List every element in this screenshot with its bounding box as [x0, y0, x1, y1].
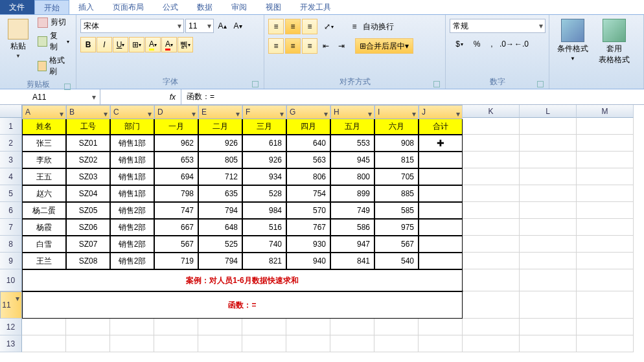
col-header-D[interactable]: D: [154, 105, 198, 119]
cell-I[interactable]: 885: [374, 185, 419, 202]
cell-B[interactable]: [66, 319, 110, 335]
cell-E[interactable]: [198, 335, 242, 352]
cell-M[interactable]: [577, 335, 634, 352]
select-all-corner[interactable]: [0, 105, 22, 118]
row-header-4[interactable]: 4: [0, 168, 22, 185]
row-header-7[interactable]: 7: [0, 219, 22, 236]
cell-C[interactable]: 销售1部: [110, 185, 154, 202]
cell-K[interactable]: [463, 319, 520, 335]
cell-C[interactable]: 销售1部: [110, 135, 154, 152]
merge-center-button[interactable]: ⊞ 合并后居中 ▾: [355, 38, 413, 54]
number-launcher[interactable]: [537, 81, 544, 87]
row-header-1[interactable]: 1: [0, 118, 22, 135]
cell-A[interactable]: [22, 319, 66, 335]
cell-H[interactable]: 841: [330, 253, 374, 269]
cell-G[interactable]: 940: [286, 253, 330, 269]
cell-E[interactable]: 525: [198, 236, 242, 253]
cell-L[interactable]: [520, 291, 577, 319]
align-right-button[interactable]: ≡: [302, 38, 317, 54]
tab-review[interactable]: 审阅: [222, 0, 257, 14]
cell-K[interactable]: [463, 236, 520, 253]
cell-D[interactable]: 962: [154, 135, 198, 152]
cell-L[interactable]: [520, 236, 577, 253]
cell-L[interactable]: [520, 219, 577, 236]
cell-D[interactable]: 653: [154, 152, 198, 168]
copy-button[interactable]: 复制▾: [35, 30, 72, 53]
cell-H[interactable]: [330, 319, 374, 335]
comma-button[interactable]: ,: [485, 37, 499, 51]
cell-M[interactable]: [577, 253, 634, 269]
cell-L[interactable]: [520, 269, 577, 291]
cell-A[interactable]: [22, 335, 66, 352]
col-header-I[interactable]: I: [374, 105, 419, 119]
cell-B[interactable]: [66, 335, 110, 352]
cell-M[interactable]: [577, 168, 634, 185]
tab-formula[interactable]: 公式: [154, 0, 188, 14]
cell-H[interactable]: 945: [330, 152, 374, 168]
border-button[interactable]: ⊞▾: [129, 37, 144, 52]
cell-I[interactable]: [374, 319, 419, 335]
font-name-select[interactable]: 宋体: [80, 19, 184, 33]
cell-K[interactable]: [463, 253, 520, 269]
cell-E[interactable]: 805: [198, 152, 242, 168]
cell-H[interactable]: 749: [330, 202, 374, 219]
fill-color-button[interactable]: A▾: [145, 37, 161, 52]
cell-J[interactable]: [419, 335, 463, 352]
cell-K[interactable]: [463, 185, 520, 202]
cell-F[interactable]: [242, 319, 286, 335]
cell-I[interactable]: 975: [374, 219, 419, 236]
align-middle-button[interactable]: ≡: [285, 19, 301, 34]
align-center-button[interactable]: ≡: [285, 38, 301, 54]
cell-M[interactable]: [577, 202, 634, 219]
cell-J[interactable]: [419, 185, 463, 202]
cell-C[interactable]: [110, 335, 154, 352]
cell-A[interactable]: 赵六: [22, 185, 66, 202]
col-header-F[interactable]: F: [242, 105, 286, 119]
cell-F[interactable]: 984: [242, 202, 286, 219]
row-header-9[interactable]: 9: [0, 253, 22, 269]
cell-L[interactable]: [520, 253, 577, 269]
cell-K[interactable]: [463, 202, 520, 219]
cell-L[interactable]: [520, 168, 577, 185]
row-header-11[interactable]: 11: [0, 291, 22, 319]
cell-C[interactable]: 销售2部: [110, 253, 154, 269]
cell-G[interactable]: 806: [286, 168, 330, 185]
cell-E[interactable]: 648: [198, 219, 242, 236]
cell-B[interactable]: SZ08: [66, 253, 110, 269]
cell-F[interactable]: [242, 335, 286, 352]
cell-I[interactable]: 585: [374, 202, 419, 219]
cell-M[interactable]: [577, 236, 634, 253]
cell-I[interactable]: 540: [374, 253, 419, 269]
cell-L[interactable]: [520, 335, 577, 352]
cell-B[interactable]: SZ01: [66, 135, 110, 152]
cell-F[interactable]: 618: [242, 135, 286, 152]
tab-file[interactable]: 文件: [0, 0, 34, 14]
cell-L[interactable]: [520, 202, 577, 219]
cell-D[interactable]: 667: [154, 219, 198, 236]
cell-M[interactable]: [577, 152, 634, 168]
format-painter-button[interactable]: 格式刷: [35, 54, 72, 78]
cell-L[interactable]: [520, 118, 577, 135]
cell-D[interactable]: 567: [154, 236, 198, 253]
cell-M[interactable]: [577, 185, 634, 202]
cell-L[interactable]: [520, 135, 577, 152]
formula-input[interactable]: 函数：=: [181, 89, 644, 104]
orientation-button[interactable]: ⤢: [319, 19, 338, 34]
cell-F[interactable]: 528: [242, 185, 286, 202]
cell-H[interactable]: 800: [330, 168, 374, 185]
number-format-select[interactable]: 常规: [450, 19, 546, 33]
tab-insert[interactable]: 插入: [69, 0, 104, 14]
align-top-button[interactable]: ≡: [268, 19, 284, 34]
font-size-select[interactable]: 11: [185, 19, 214, 33]
cell-C[interactable]: 销售2部: [110, 219, 154, 236]
col-header-M[interactable]: M: [577, 105, 634, 118]
cell-E[interactable]: 794: [198, 202, 242, 219]
row-header-10[interactable]: 10: [0, 269, 22, 291]
table-format-button[interactable]: 套用 表格格式: [595, 16, 634, 68]
cell-B[interactable]: SZ07: [66, 236, 110, 253]
row-header-13[interactable]: 13: [0, 335, 22, 352]
cell-M[interactable]: [577, 291, 634, 319]
cell-J[interactable]: [419, 152, 463, 168]
tab-home[interactable]: 开始: [34, 0, 69, 14]
dec-decimal-button[interactable]: ←.0: [514, 37, 529, 51]
